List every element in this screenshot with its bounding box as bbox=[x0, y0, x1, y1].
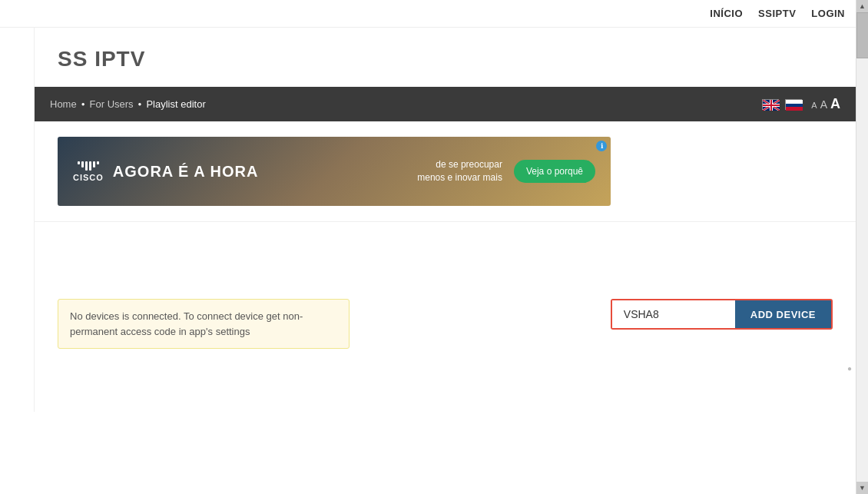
font-size-controls: A A A bbox=[811, 96, 840, 112]
scroll-track[interactable] bbox=[856, 12, 869, 412]
scrollbar[interactable]: ▲ ▼ bbox=[856, 0, 868, 412]
site-title-area: SS IPTV bbox=[35, 28, 856, 87]
flag-ru-icon[interactable] bbox=[785, 99, 802, 110]
flag-uk-icon[interactable] bbox=[762, 99, 779, 110]
ad-left: CISCO AGORA É A HORA bbox=[73, 161, 258, 182]
cisco-bar-6 bbox=[97, 161, 99, 164]
svg-rect-11 bbox=[786, 107, 803, 111]
cisco-bar-1 bbox=[78, 161, 80, 164]
left-sidebar-bar bbox=[0, 28, 35, 412]
content-with-sidebar: SS IPTV Home ● For Users ● Playlist edit… bbox=[0, 28, 856, 412]
ad-sub-text: de se preocuparmenos e inovar mais bbox=[417, 158, 502, 184]
cisco-brand-text: CISCO bbox=[73, 173, 104, 182]
font-size-large[interactable]: A bbox=[830, 96, 840, 112]
nav-ssiptv[interactable]: SSIPTV bbox=[758, 8, 796, 19]
cisco-bar-2 bbox=[81, 161, 84, 167]
breadcrumb-home[interactable]: Home bbox=[50, 98, 77, 110]
ad-cta-button[interactable]: Veja o porquê bbox=[514, 160, 595, 183]
breadcrumb-right: A A A bbox=[762, 96, 840, 112]
scroll-up-arrow[interactable]: ▲ bbox=[856, 0, 869, 12]
empty-space bbox=[35, 222, 856, 291]
svg-rect-9 bbox=[786, 100, 803, 104]
cisco-logo: CISCO bbox=[73, 161, 104, 182]
breadcrumb-dot-2: ● bbox=[138, 101, 142, 108]
ad-info-icon[interactable]: ℹ bbox=[596, 141, 607, 151]
ad-right: de se preocuparmenos e inovar mais Veja … bbox=[417, 158, 595, 184]
ad-banner: CISCO AGORA É A HORA de se preocuparmeno… bbox=[58, 137, 611, 206]
page-container: SS IPTV Home ● For Users ● Playlist edit… bbox=[0, 28, 856, 412]
main-wrapper: SS IPTV Home ● For Users ● Playlist edit… bbox=[0, 28, 856, 412]
nav-login[interactable]: LOGIN bbox=[811, 8, 845, 19]
ad-area: CISCO AGORA É A HORA de se preocuparmeno… bbox=[35, 121, 856, 221]
breadcrumb-nav: Home ● For Users ● Playlist editor bbox=[50, 98, 206, 110]
cisco-bar-3 bbox=[85, 161, 88, 171]
ad-main-text: AGORA É A HORA bbox=[113, 163, 259, 181]
main-content: SS IPTV Home ● For Users ● Playlist edit… bbox=[35, 28, 856, 412]
svg-rect-8 bbox=[763, 104, 780, 106]
nav-inicio[interactable]: INÍCIO bbox=[710, 8, 743, 19]
font-size-medium[interactable]: A bbox=[820, 98, 827, 111]
site-title: SS IPTV bbox=[58, 47, 833, 71]
no-devices-message: No devices is connected. To connect devi… bbox=[58, 299, 350, 349]
bottom-scroll-indicator: ● bbox=[35, 364, 856, 373]
top-navigation: INÍCIO SSIPTV LOGIN bbox=[0, 0, 868, 28]
breadcrumb-bar: Home ● For Users ● Playlist editor bbox=[35, 87, 856, 121]
device-section: No devices is connected. To connect devi… bbox=[35, 291, 856, 364]
outer-layout: SS IPTV Home ● For Users ● Playlist edit… bbox=[0, 28, 868, 412]
add-device-area: ADD DEVICE bbox=[611, 299, 833, 330]
device-code-input[interactable] bbox=[612, 300, 735, 328]
add-device-button[interactable]: ADD DEVICE bbox=[735, 300, 831, 328]
cisco-bar-4 bbox=[89, 161, 91, 171]
cisco-bar-5 bbox=[93, 161, 95, 167]
breadcrumb-for-users[interactable]: For Users bbox=[90, 98, 134, 110]
breadcrumb-dot-1: ● bbox=[81, 101, 85, 108]
breadcrumb-playlist-editor[interactable]: Playlist editor bbox=[146, 98, 205, 110]
scroll-thumb[interactable] bbox=[856, 12, 869, 58]
svg-rect-10 bbox=[786, 104, 803, 107]
font-size-small[interactable]: A bbox=[811, 101, 817, 110]
